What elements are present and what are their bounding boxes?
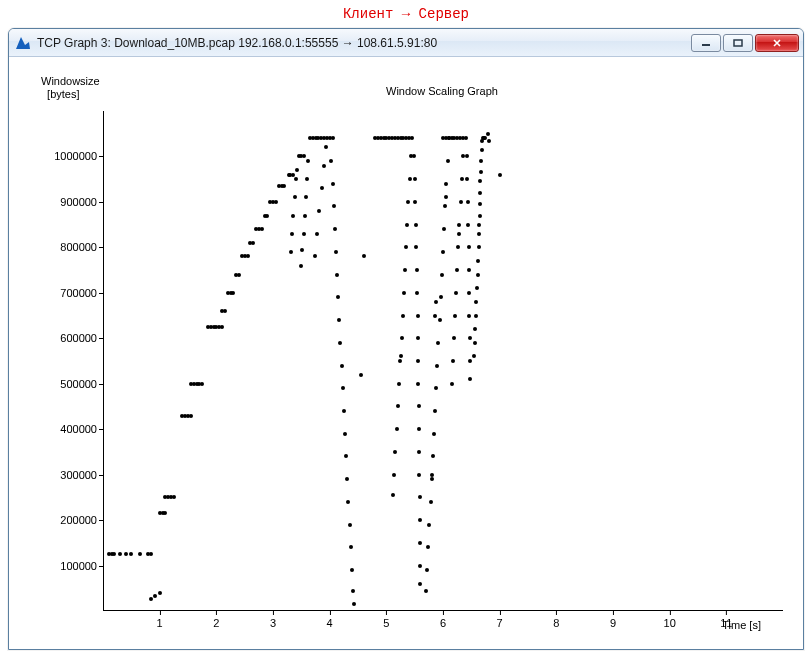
data-point <box>418 541 422 545</box>
window-title: TCP Graph 3: Download_10MB.pcap 192.168.… <box>37 36 689 50</box>
x-tick-label: 3 <box>270 611 276 629</box>
data-point <box>282 184 286 188</box>
data-point <box>158 591 162 595</box>
data-point <box>303 214 307 218</box>
data-point <box>398 359 402 363</box>
close-button[interactable] <box>755 34 799 52</box>
data-point <box>304 195 308 199</box>
data-point <box>459 200 463 204</box>
data-point <box>465 154 469 158</box>
data-point <box>424 589 428 593</box>
data-point <box>337 318 341 322</box>
y-tick-label: 600000 <box>60 332 103 344</box>
data-point <box>435 364 439 368</box>
data-point <box>345 477 349 481</box>
y-tick-label: 100000 <box>60 560 103 572</box>
data-point <box>417 450 421 454</box>
data-point <box>331 182 335 186</box>
data-point <box>431 454 435 458</box>
data-point <box>430 473 434 477</box>
data-point <box>455 268 459 272</box>
data-point <box>231 291 235 295</box>
data-point <box>302 154 306 158</box>
data-point <box>416 314 420 318</box>
data-point <box>320 186 324 190</box>
data-point <box>341 386 345 390</box>
titlebar[interactable]: TCP Graph 3: Download_10MB.pcap 192.168.… <box>9 29 803 57</box>
x-tick-label: 7 <box>497 611 503 629</box>
data-point <box>450 382 454 386</box>
data-point <box>350 568 354 572</box>
data-point <box>409 154 413 158</box>
data-point <box>415 291 419 295</box>
y-tick-label: 1000000 <box>54 150 103 162</box>
data-point <box>138 552 142 556</box>
data-point <box>246 254 250 258</box>
data-point <box>433 409 437 413</box>
app-window: TCP Graph 3: Download_10MB.pcap 192.168.… <box>8 28 804 650</box>
data-point <box>478 179 482 183</box>
data-point <box>466 200 470 204</box>
data-point <box>467 245 471 249</box>
data-point <box>436 341 440 345</box>
data-point <box>444 182 448 186</box>
chart-title: Window Scaling Graph <box>386 85 498 97</box>
data-point <box>438 318 442 322</box>
x-tick-label: 11 <box>720 611 732 629</box>
data-point <box>349 545 353 549</box>
data-point <box>477 245 481 249</box>
x-tick-label: 10 <box>664 611 676 629</box>
data-point <box>333 227 337 231</box>
data-point <box>124 552 128 556</box>
data-point <box>395 427 399 431</box>
data-point <box>305 177 309 181</box>
client-label: Клиент <box>343 6 393 22</box>
data-point <box>467 268 471 272</box>
data-point <box>172 495 176 499</box>
data-point <box>418 582 422 586</box>
data-point <box>403 268 407 272</box>
data-points-layer <box>103 111 783 611</box>
data-point <box>418 564 422 568</box>
data-point <box>433 314 437 318</box>
data-point <box>477 232 481 236</box>
data-point <box>408 177 412 181</box>
data-point <box>392 473 396 477</box>
plot-region[interactable]: 1000002000003000004000005000006000007000… <box>103 111 783 611</box>
data-point <box>478 214 482 218</box>
data-point <box>400 336 404 340</box>
data-point <box>446 159 450 163</box>
data-point <box>440 273 444 277</box>
maximize-icon <box>733 39 743 47</box>
data-point <box>414 245 418 249</box>
minimize-button[interactable] <box>691 34 721 52</box>
data-point <box>295 168 299 172</box>
data-point <box>417 427 421 431</box>
data-point <box>457 223 461 227</box>
data-point <box>399 354 403 358</box>
data-point <box>452 336 456 340</box>
data-point <box>487 139 491 143</box>
data-point <box>468 377 472 381</box>
data-point <box>442 227 446 231</box>
data-point <box>220 325 224 329</box>
chart-inner: Windowsize [bytes] Window Scaling Graph … <box>23 67 789 635</box>
data-point <box>426 545 430 549</box>
data-point <box>444 195 448 199</box>
server-label: Сервер <box>419 6 469 22</box>
data-point <box>443 204 447 208</box>
data-point <box>260 227 264 231</box>
x-tick-label: 9 <box>610 611 616 629</box>
data-point <box>359 373 363 377</box>
data-point <box>434 300 438 304</box>
data-point <box>434 386 438 390</box>
data-point <box>473 327 477 331</box>
data-point <box>467 314 471 318</box>
window-controls <box>689 34 799 52</box>
data-point <box>477 223 481 227</box>
data-point <box>332 204 336 208</box>
data-point <box>149 552 153 556</box>
data-point <box>315 232 319 236</box>
data-point <box>163 511 167 515</box>
maximize-button[interactable] <box>723 34 753 52</box>
